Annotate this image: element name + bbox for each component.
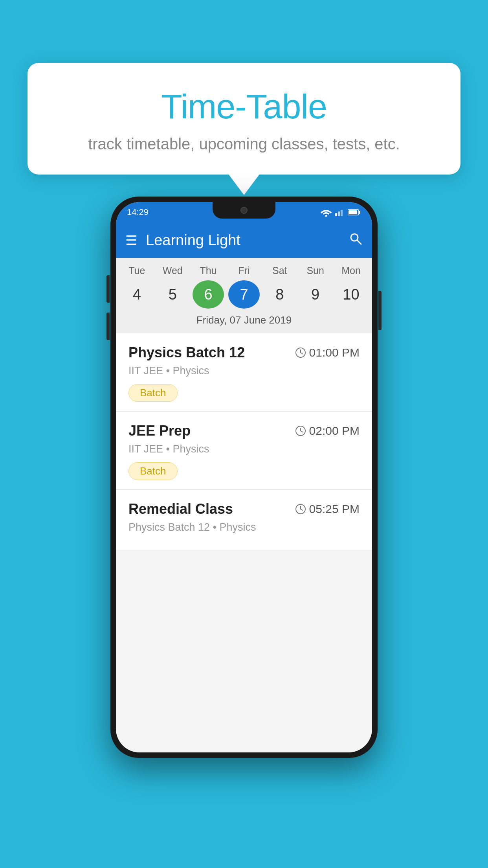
svg-line-14 (301, 431, 303, 432)
day-header-fri: Fri (228, 265, 260, 276)
svg-rect-5 (359, 211, 360, 214)
clock-icon-3 (295, 504, 306, 515)
day-header-sat: Sat (264, 265, 295, 276)
day-9[interactable]: 9 (300, 280, 331, 309)
signal-icon (335, 208, 345, 216)
class-name-2: JEE Prep (128, 423, 191, 439)
svg-rect-1 (335, 213, 337, 216)
search-icon[interactable] (349, 232, 363, 249)
tooltip-subtitle: track timetable, upcoming classes, tests… (47, 135, 441, 153)
day-5[interactable]: 5 (157, 280, 188, 309)
tooltip-title: Time-Table (47, 86, 441, 127)
class-meta-3: Physics Batch 12 • Physics (128, 521, 360, 533)
day-8[interactable]: 8 (264, 280, 295, 309)
selected-date-label: Friday, 07 June 2019 (116, 309, 372, 330)
clock-icon-2 (295, 425, 306, 436)
tooltip-card: Time-Table track timetable, upcoming cla… (28, 63, 460, 175)
class-time-3: 05:25 PM (295, 502, 360, 516)
app-toolbar: ☰ Learning Light (116, 223, 372, 258)
app-title: Learning Light (146, 232, 349, 249)
svg-line-11 (301, 353, 303, 354)
class-item-remedial-class[interactable]: Remedial Class 05:25 PM Physics Batch 12… (116, 490, 372, 550)
wifi-icon (320, 208, 332, 217)
day-header-wed: Wed (157, 265, 188, 276)
class-name-3: Remedial Class (128, 501, 233, 517)
phone-volume-up-button (106, 275, 110, 303)
phone-screen: 14:29 (116, 202, 372, 752)
class-meta-2: IIT JEE • Physics (128, 443, 360, 455)
day-6-today[interactable]: 6 (193, 280, 224, 309)
day-4[interactable]: 4 (121, 280, 152, 309)
day-headers: Tue Wed Thu Fri Sat Sun Mon (116, 265, 372, 276)
svg-rect-2 (338, 211, 340, 216)
class-meta-1: IIT JEE • Physics (128, 365, 360, 377)
class-time-2: 02:00 PM (295, 424, 360, 438)
day-header-mon: Mon (335, 265, 367, 276)
phone-notch (213, 202, 275, 219)
day-header-thu: Thu (193, 265, 224, 276)
phone-volume-down-button (106, 313, 110, 340)
phone-power-button (378, 291, 382, 330)
svg-line-17 (301, 509, 303, 510)
day-header-sun: Sun (300, 265, 331, 276)
phone-camera (240, 207, 248, 214)
class-list: Physics Batch 12 01:00 PM IIT JEE • Phys… (116, 333, 372, 550)
class-item-physics-batch-12[interactable]: Physics Batch 12 01:00 PM IIT JEE • Phys… (116, 333, 372, 412)
svg-rect-6 (349, 210, 357, 214)
class-name-1: Physics Batch 12 (128, 344, 245, 361)
class-time-1: 01:00 PM (295, 346, 360, 359)
day-numbers: 4 5 6 7 8 9 10 (116, 280, 372, 309)
phone-mockup: 14:29 (110, 197, 378, 758)
class-item-jee-prep[interactable]: JEE Prep 02:00 PM IIT JEE • Physics Batc… (116, 412, 372, 490)
svg-rect-3 (341, 210, 343, 216)
batch-tag-1: Batch (128, 384, 178, 402)
status-icons (320, 208, 361, 217)
batch-tag-2: Batch (128, 462, 178, 480)
svg-point-0 (325, 215, 327, 217)
calendar-strip: Tue Wed Thu Fri Sat Sun Mon 4 5 6 7 8 9 … (116, 258, 372, 333)
status-time: 14:29 (127, 207, 149, 217)
day-7-selected[interactable]: 7 (228, 280, 260, 309)
day-10[interactable]: 10 (335, 280, 367, 309)
svg-line-8 (357, 240, 361, 244)
menu-icon[interactable]: ☰ (125, 234, 137, 247)
day-header-tue: Tue (121, 265, 152, 276)
clock-icon-1 (295, 347, 306, 358)
battery-icon (348, 209, 361, 216)
